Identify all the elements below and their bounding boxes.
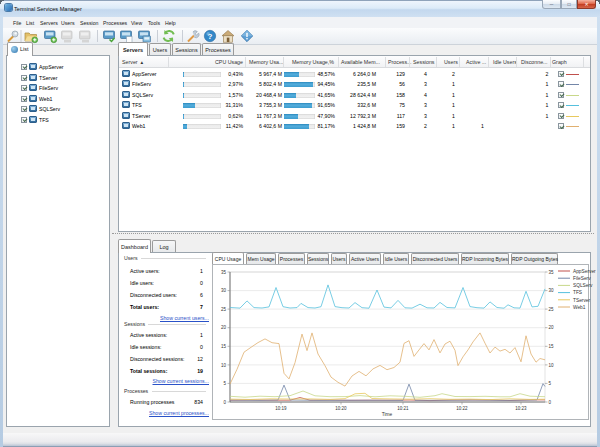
svg-text:?: ? <box>208 32 213 41</box>
